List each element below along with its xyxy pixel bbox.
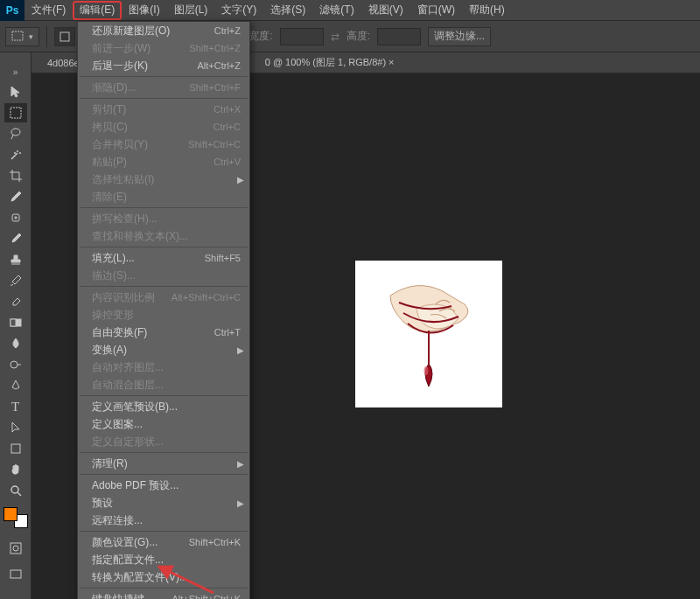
brush-tool[interactable] — [4, 229, 27, 248]
height-input — [377, 28, 421, 45]
screenmode-tool[interactable] — [4, 565, 27, 584]
svg-rect-19 — [10, 570, 21, 578]
app-logo: Ps — [0, 0, 24, 21]
svg-rect-15 — [11, 444, 20, 453]
menuitem-查找和替换文本(X)...: 查找和替换文本(X)... — [78, 227, 249, 245]
wand-tool[interactable] — [4, 145, 27, 164]
menu-图层(L)[interactable]: 图层(L) — [167, 0, 215, 21]
marquee-tool-preset[interactable]: ▾ — [5, 27, 39, 46]
menuitem-自动混合图层...: 自动混合图层... — [78, 376, 249, 394]
marquee-tool[interactable] — [4, 103, 27, 122]
stamp-tool[interactable] — [4, 250, 27, 269]
menu-separator — [80, 286, 248, 287]
healing-tool[interactable] — [4, 208, 27, 227]
menuitem-填充(L)...[interactable]: 填充(L)...Shift+F5 — [78, 249, 249, 267]
menuitem-变换(A)[interactable]: 变换(A)▶ — [78, 341, 249, 359]
zoom-tool[interactable] — [4, 481, 27, 500]
color-swatch[interactable] — [4, 507, 28, 528]
menuitem-自动对齐图层...: 自动对齐图层... — [78, 359, 249, 376]
hand-tool[interactable] — [4, 460, 27, 479]
menuitem-拷贝(C): 拷贝(C)Ctrl+C — [78, 118, 249, 136]
menuitem-合并拷贝(Y): 合并拷贝(Y)Shift+Ctrl+C — [78, 136, 249, 153]
menuitem-定义画笔预设(B)...[interactable]: 定义画笔预设(B)... — [78, 398, 249, 415]
menu-选择(S)[interactable]: 选择(S) — [263, 0, 312, 21]
menu-图像(I)[interactable]: 图像(I) — [122, 0, 166, 21]
refine-edge-button[interactable]: 调整边缘... — [428, 27, 491, 46]
width-input — [280, 28, 324, 45]
swap-icon: ⇄ — [331, 31, 340, 43]
menu-separator — [80, 531, 248, 532]
sel-new[interactable] — [54, 27, 75, 46]
marquee-icon — [11, 31, 25, 43]
menuitem-远程连接...[interactable]: 远程连接... — [78, 512, 249, 529]
menu-items: 文件(F)编辑(E)图像(I)图层(L)文字(Y)选择(S)滤镜(T)视图(V)… — [24, 0, 512, 21]
path-select-tool[interactable] — [4, 418, 27, 437]
gradient-tool[interactable] — [4, 313, 27, 332]
menuitem-操控变形: 操控变形 — [78, 306, 249, 324]
menu-滤镜(T)[interactable]: 滤镜(T) — [312, 0, 360, 21]
menuitem-粘贴(P): 粘贴(P)Ctrl+V — [78, 153, 249, 171]
menuitem-颜色设置(G)...[interactable]: 颜色设置(G)...Shift+Ctrl+K — [78, 533, 249, 551]
svg-rect-13 — [10, 319, 16, 326]
history-brush-tool[interactable] — [4, 271, 27, 290]
menuitem-剪切(T): 剪切(T)Ctrl+X — [78, 101, 249, 118]
eraser-tool[interactable] — [4, 292, 27, 311]
menu-separator — [80, 76, 248, 77]
menuitem-渐隐(D)...: 渐隐(D)...Shift+Ctrl+F — [78, 79, 249, 96]
menuitem-选择性粘贴(I): 选择性粘贴(I)▶ — [78, 171, 249, 188]
menu-separator — [80, 98, 248, 99]
menuitem-定义自定形状...: 定义自定形状... — [78, 433, 249, 450]
menuitem-拼写检查(H)...: 拼写检查(H)... — [78, 210, 249, 227]
height-label: 高度: — [346, 29, 370, 44]
type-tool[interactable]: T — [4, 397, 27, 416]
menu-文字(Y)[interactable]: 文字(Y) — [214, 0, 263, 21]
svg-point-18 — [13, 546, 18, 551]
svg-point-21 — [424, 366, 429, 375]
svg-point-14 — [10, 361, 18, 368]
svg-point-16 — [11, 486, 18, 493]
menu-separator — [80, 207, 248, 208]
menu-separator — [80, 247, 248, 247]
dodge-tool[interactable] — [4, 355, 27, 374]
menuitem-清除(E): 清除(E) — [78, 188, 249, 205]
menuitem-自由变换(F)[interactable]: 自由变换(F)Ctrl+T — [78, 324, 249, 341]
menuitem-定义图案...[interactable]: 定义图案... — [78, 415, 249, 433]
menu-视图(V)[interactable]: 视图(V) — [361, 0, 410, 21]
lasso-tool[interactable] — [4, 124, 27, 143]
svg-rect-17 — [10, 543, 21, 554]
blur-tool[interactable] — [4, 334, 27, 353]
eyedropper-tool[interactable] — [4, 187, 27, 206]
annotation-arrow — [161, 565, 222, 599]
menu-文件(F)[interactable]: 文件(F) — [24, 0, 73, 21]
svg-line-22 — [166, 570, 214, 593]
width-label: 宽度: — [248, 29, 272, 44]
menuitem-描边(S)...: 描边(S)... — [78, 267, 249, 284]
menuitem-前进一步(W): 前进一步(W)Shift+Ctrl+Z — [78, 39, 249, 57]
pen-tool[interactable] — [4, 376, 27, 395]
quickmask-tool[interactable] — [4, 539, 27, 558]
crop-tool[interactable] — [4, 166, 27, 185]
menuitem-内容识别比例: 内容识别比例Alt+Shift+Ctrl+C — [78, 289, 249, 306]
menu-bar: Ps 文件(F)编辑(E)图像(I)图层(L)文字(Y)选择(S)滤镜(T)视图… — [0, 0, 700, 21]
move-tool[interactable] — [4, 82, 27, 101]
svg-rect-9 — [10, 108, 21, 118]
svg-point-10 — [11, 129, 20, 136]
menu-编辑(E)[interactable]: 编辑(E) — [73, 1, 122, 20]
menuitem-还原新建图层(O)[interactable]: 还原新建图层(O)Ctrl+Z — [78, 22, 249, 39]
menuitem-Adobe PDF 预设...[interactable]: Adobe PDF 预设... — [78, 477, 249, 494]
svg-rect-0 — [12, 31, 23, 40]
menu-帮助(H)[interactable]: 帮助(H) — [462, 0, 512, 21]
svg-rect-1 — [60, 32, 69, 41]
canvas-image — [355, 261, 502, 407]
tool-panel: » T — [0, 52, 32, 599]
shape-tool[interactable] — [4, 439, 27, 458]
menuitem-预设[interactable]: 预设▶ — [78, 494, 249, 512]
fg-color[interactable] — [4, 507, 18, 521]
menu-separator — [80, 452, 248, 453]
menuitem-清理(R)[interactable]: 清理(R)▶ — [78, 455, 249, 472]
collapse-tools-icon[interactable]: » — [7, 66, 24, 77]
menu-窗口(W)[interactable]: 窗口(W) — [410, 0, 462, 21]
menu-separator — [80, 474, 248, 475]
menuitem-后退一步(K)[interactable]: 后退一步(K)Alt+Ctrl+Z — [78, 57, 249, 74]
edit-menu-dropdown: 还原新建图层(O)Ctrl+Z前进一步(W)Shift+Ctrl+Z后退一步(K… — [77, 21, 250, 599]
